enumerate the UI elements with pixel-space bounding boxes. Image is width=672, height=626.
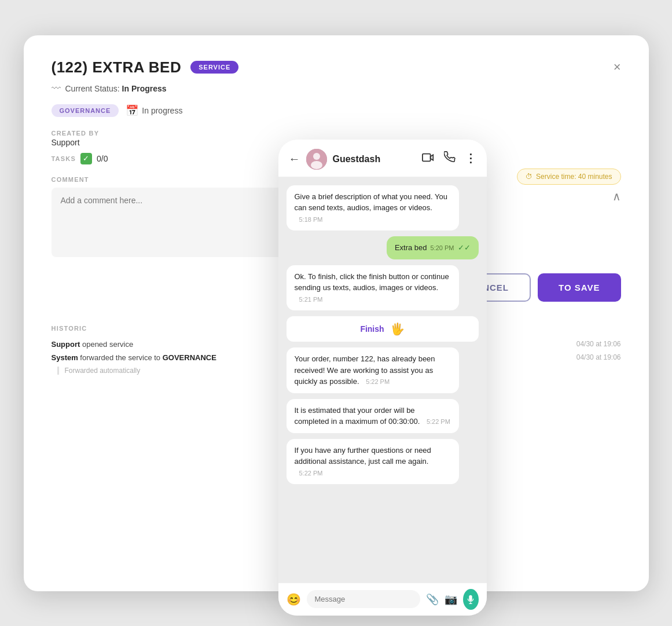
message-bubble: Ok. To finish, click the finish button o… (287, 265, 460, 311)
in-progress-wrap: 📅 In progress (126, 104, 182, 117)
phone-call-icon[interactable] (444, 151, 456, 167)
close-button[interactable]: × (614, 61, 621, 74)
message-time: 5:22 PM (299, 470, 323, 477)
message-2: Extra bed 5:20 PM ✓✓ (287, 236, 479, 259)
mic-button[interactable] (463, 589, 479, 610)
messages-area: Give a brief description of what you nee… (278, 177, 487, 583)
historic-time-2: 04/30 at 19:06 (576, 353, 621, 361)
save-button[interactable]: TO SAVE (538, 273, 620, 302)
attach-icon[interactable]: 📎 (426, 593, 439, 606)
camera-icon[interactable]: 📷 (445, 593, 457, 606)
emoji-icon[interactable]: 😊 (287, 592, 301, 606)
service-badge: SERVICE (190, 61, 238, 74)
more-icon[interactable]: ⋮ (465, 151, 476, 167)
message-bubble: If you have any further questions or nee… (287, 439, 460, 485)
historic-time-1: 04/30 at 19:06 (576, 340, 621, 348)
avatar (306, 149, 327, 170)
message-time: 5:21 PM (299, 296, 323, 303)
message-bubble-right: Extra bed 5:20 PM ✓✓ (387, 236, 479, 259)
message-bubble: It is estimated that your order will be … (287, 399, 460, 433)
svg-rect-3 (422, 154, 430, 162)
tasks-count: 0/0 (97, 154, 108, 163)
phone-header: ← Guestdash (278, 140, 487, 177)
governance-badge: GOVERNANCE (52, 104, 119, 117)
service-time-badge: ⏱ Service time: 40 minutes (517, 169, 620, 185)
finish-label: Finish (360, 324, 384, 334)
message-time: 5:22 PM (366, 378, 390, 385)
status-text: Current Status: In Progress (65, 84, 167, 93)
back-icon[interactable]: ← (289, 152, 300, 166)
message-bubble: Give a brief description of what you nee… (287, 185, 460, 231)
status-row: 〰 Current Status: In Progress (52, 83, 621, 94)
message-time: 5:18 PM (299, 216, 323, 223)
finish-button-wrap[interactable]: Finish 🖐 (287, 316, 479, 342)
historic-text-1: Support opened service (52, 340, 134, 349)
message-6: If you have any further questions or nee… (287, 439, 479, 485)
modal-title: (122) EXTRA BED (52, 58, 182, 76)
video-call-icon[interactable] (422, 151, 435, 167)
message-5: It is estimated that your order will be … (287, 399, 479, 433)
svg-point-2 (311, 161, 322, 169)
phone-name: Guestdash (333, 154, 416, 164)
clock-icon: ⏱ (526, 173, 533, 181)
message-3: Ok. To finish, click the finish button o… (287, 265, 479, 311)
svg-point-1 (313, 153, 320, 160)
phone-input-bar: 😊 📎 📷 (278, 583, 487, 616)
modal-container: (122) EXTRA BED SERVICE × 〰 Current Stat… (24, 35, 649, 591)
modal-header: (122) EXTRA BED SERVICE × (52, 58, 621, 76)
message-time: 5:22 PM (427, 418, 450, 425)
historic-text-2: System forwarded the service to GOVERNAN… (52, 353, 216, 362)
calendar-icon: 📅 (126, 104, 138, 117)
governance-row: GOVERNANCE 📅 In progress (52, 104, 621, 117)
collapse-arrow[interactable]: ∧ (612, 189, 621, 203)
tasks-checkmark: ✓ (80, 153, 92, 164)
phone-overlay: ← Guestdash (278, 140, 487, 616)
trend-icon: 〰 (52, 83, 61, 94)
message-input[interactable] (307, 590, 420, 608)
in-progress-label: In progress (142, 106, 182, 115)
tasks-label: TASKS (52, 155, 76, 162)
message-4: Your order, number 122, has already been… (287, 347, 479, 393)
double-check-icon: ✓✓ (458, 242, 471, 254)
message-time: 5:20 PM (431, 243, 454, 253)
message-bubble: Your order, number 122, has already been… (287, 347, 460, 393)
cursor-icon: 🖐 (390, 322, 405, 336)
service-time-text: Service time: 40 minutes (536, 173, 612, 181)
comment-textarea[interactable] (52, 188, 306, 257)
message-1: Give a brief description of what you nee… (287, 185, 479, 231)
phone-icons: ⋮ (422, 151, 476, 167)
created-by-label: CREATED BY (52, 130, 621, 137)
